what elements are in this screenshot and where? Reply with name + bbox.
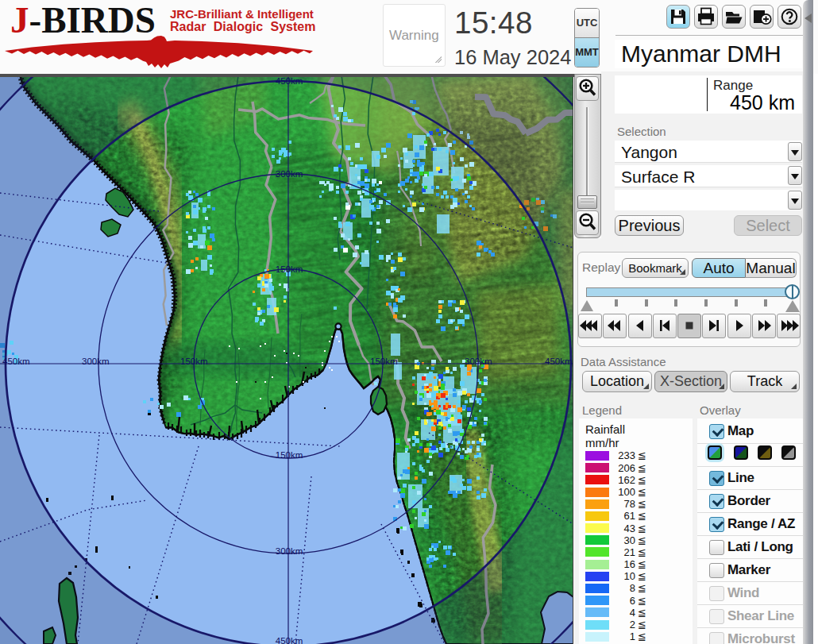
svg-text:150km: 150km — [180, 357, 208, 366]
svg-text:300km: 300km — [465, 357, 492, 366]
svg-text:150km: 150km — [276, 450, 303, 460]
svg-text:450km: 450km — [276, 636, 303, 644]
svg-text:450km: 450km — [276, 76, 303, 86]
svg-text:450km: 450km — [545, 357, 573, 366]
svg-text:150km: 150km — [276, 264, 303, 274]
svg-text:150km: 150km — [370, 357, 398, 366]
svg-text:450km: 450km — [2, 357, 30, 366]
svg-text:300km: 300km — [82, 357, 110, 366]
svg-text:300km: 300km — [276, 169, 303, 179]
svg-text:300km: 300km — [276, 546, 303, 556]
